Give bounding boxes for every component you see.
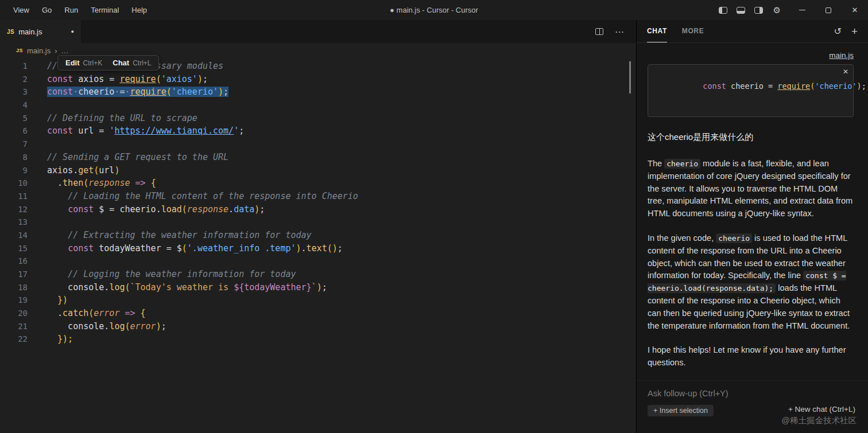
line-number: 15 <box>0 242 28 255</box>
editor-pane: JS main.js ● ⋯ JS main.js › … 1// Import… <box>0 20 636 433</box>
line-number: 14 <box>0 229 28 242</box>
code-line[interactable]: 5// Defining the URL to scrape <box>0 112 636 125</box>
line-number: 13 <box>0 216 28 229</box>
title-bar: View Go Run Terminal Help ● main.js - Cu… <box>0 0 868 20</box>
line-number: 5 <box>0 112 28 125</box>
code-line[interactable]: 11 // Loading the HTML content of the re… <box>0 190 636 203</box>
line-number: 9 <box>0 164 28 177</box>
inline-code: cheerio <box>716 233 752 243</box>
chat-panel-header: CHAT MORE ↺ + <box>637 20 868 43</box>
code-line[interactable]: 14 // Extracting the weather information… <box>0 229 636 242</box>
editor-tab-bar: JS main.js ● ⋯ <box>0 20 636 43</box>
menu-go[interactable]: Go <box>37 3 57 17</box>
breadcrumb-separator: › <box>55 46 57 55</box>
code-line[interactable]: 21 console.log(error); <box>0 320 636 333</box>
line-number: 8 <box>0 151 28 164</box>
title-bar-controls: ⚙ ✕ <box>719 0 868 20</box>
workbench: JS main.js ● ⋯ JS main.js › … 1// Import… <box>0 20 868 433</box>
insert-selection-button[interactable]: + Insert selection <box>648 405 714 416</box>
line-number: 2 <box>0 73 28 86</box>
editor-scrollbar[interactable] <box>629 61 631 93</box>
line-number: 1 <box>0 60 28 73</box>
line-number: 16 <box>0 255 28 268</box>
followup-input[interactable]: Ask follow-up (Ctrl+Y) <box>648 389 854 398</box>
menu-help[interactable]: Help <box>126 3 152 17</box>
code-line[interactable]: 10 .then(response => { <box>0 177 636 190</box>
menu-bar: View Go Run Terminal Help <box>0 3 152 17</box>
code-line[interactable]: 18 console.log(`Today's weather is ${tod… <box>0 281 636 294</box>
line-number: 10 <box>0 177 28 190</box>
maximize-icon <box>826 7 831 13</box>
tab-chat[interactable]: CHAT <box>647 20 667 42</box>
code-line[interactable]: 17 // Logging the weather information fo… <box>0 268 636 281</box>
line-number: 3 <box>0 85 28 99</box>
code-line[interactable]: 15 const todayWeather = $('.weather_info… <box>0 242 636 255</box>
toggle-sidebar-icon[interactable] <box>719 7 727 14</box>
new-chat-icon[interactable]: + <box>851 25 858 38</box>
settings-gear-icon[interactable]: ⚙ <box>773 6 781 14</box>
history-icon[interactable]: ↺ <box>834 26 841 37</box>
split-editor-icon[interactable] <box>595 28 603 35</box>
breadcrumb-symbol[interactable]: … <box>61 46 69 55</box>
code-line[interactable]: 22 }); <box>0 333 636 346</box>
code-line[interactable]: 20 .catch(error => { <box>0 307 636 320</box>
inline-ai-tooltip: Edit Ctrl+K Chat Ctrl+L <box>57 55 159 71</box>
chat-panel: CHAT MORE ↺ + main.js const cheerio = re… <box>636 20 868 433</box>
menu-terminal[interactable]: Terminal <box>86 3 124 17</box>
maximize-button[interactable] <box>815 0 842 20</box>
snippet-close-icon[interactable]: ✕ <box>843 68 848 76</box>
cursor-window: View Go Run Terminal Help ● main.js - Cu… <box>0 0 868 433</box>
code-line[interactable]: 3const·cheerio·=·require('cheerio'); <box>0 85 636 99</box>
file-reference-link[interactable]: main.js <box>648 51 854 60</box>
close-button[interactable]: ✕ <box>842 0 868 20</box>
line-number: 12 <box>0 203 28 216</box>
chat-body: main.js const cheerio = require('cheerio… <box>637 43 868 380</box>
code-line[interactable]: 7 <box>0 138 636 151</box>
breadcrumb-file[interactable]: main.js <box>27 46 51 55</box>
line-number: 18 <box>0 281 28 294</box>
inline-code: cheerio <box>664 159 700 169</box>
line-number: 11 <box>0 190 28 203</box>
new-chat-button[interactable]: + New chat (Ctrl+L) <box>788 405 855 414</box>
code-line[interactable]: 12 const $ = cheerio.load(response.data)… <box>0 203 636 216</box>
answer-paragraph: In the given code, cheerio is used to lo… <box>648 232 854 332</box>
code-editor[interactable]: 1// Importing the necessary modules2cons… <box>0 58 636 433</box>
line-number: 19 <box>0 294 28 307</box>
user-message: 这个cheerio是用来做什么的 <box>648 132 854 143</box>
code-line[interactable]: 9axios.get(url) <box>0 164 636 177</box>
line-number: 17 <box>0 268 28 281</box>
code-line[interactable]: 8// Sending a GET request to the URL <box>0 151 636 164</box>
edit-button[interactable]: Edit Ctrl+K <box>65 58 102 67</box>
menu-view[interactable]: View <box>8 3 34 17</box>
toggle-panel-icon[interactable] <box>737 7 745 14</box>
minimize-icon <box>799 10 805 10</box>
chat-button[interactable]: Chat Ctrl+L <box>113 58 151 67</box>
code-line[interactable]: 6const url = 'https://www.tianqi.com/'; <box>0 124 636 138</box>
assistant-message: The cheerio module is a fast, flexible, … <box>648 158 854 369</box>
javascript-file-icon: JS <box>16 48 23 53</box>
modified-dot-icon[interactable]: ● <box>71 29 74 34</box>
edit-shortcut: Ctrl+K <box>83 59 103 67</box>
tab-main-js[interactable]: JS main.js ● <box>0 20 82 43</box>
line-number: 4 <box>0 99 28 112</box>
answer-text: In the given code, <box>648 233 716 243</box>
javascript-file-icon: JS <box>7 29 14 35</box>
layout-toggles <box>719 7 763 14</box>
chat-footer: Ask follow-up (Ctrl+Y) + Insert selectio… <box>637 380 868 433</box>
tab-more[interactable]: MORE <box>682 20 704 42</box>
chat-label: Chat <box>113 58 129 67</box>
code-line[interactable]: 13 <box>0 216 636 229</box>
code-line[interactable]: 2const axios = require('axios'); <box>0 73 636 86</box>
code-line[interactable]: 4 <box>0 99 636 112</box>
line-number: 7 <box>0 138 28 151</box>
code-lines: 1// Importing the necessary modules2cons… <box>0 60 636 346</box>
code-line[interactable]: 16 <box>0 255 636 268</box>
code-line[interactable]: 19 }) <box>0 294 636 307</box>
editor-actions: ⋯ <box>595 20 636 43</box>
menu-run[interactable]: Run <box>59 3 83 17</box>
answer-paragraph: I hope this helps! Let me know if you ha… <box>648 344 854 369</box>
more-actions-icon[interactable]: ⋯ <box>615 26 625 37</box>
minimize-button[interactable] <box>789 0 815 20</box>
tab-label: main.js <box>18 28 42 36</box>
toggle-secondary-sidebar-icon[interactable] <box>754 7 763 14</box>
